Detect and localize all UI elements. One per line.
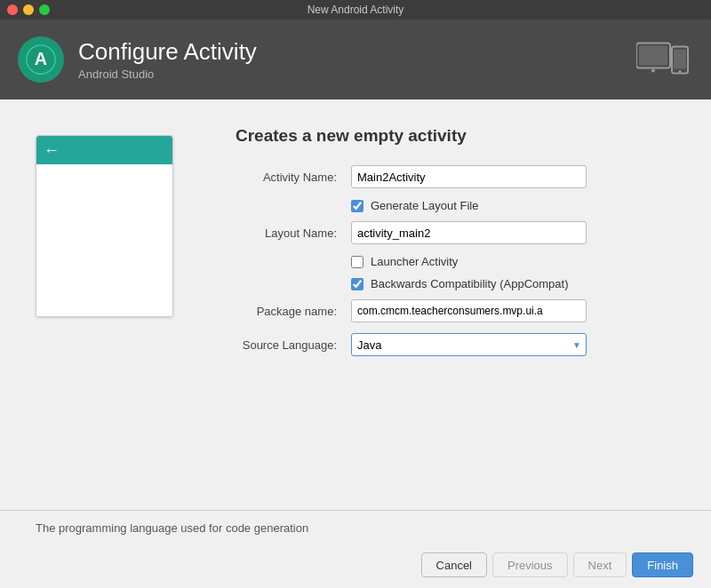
source-language-label: Source Language: [236, 338, 351, 352]
bottom-area: The programming language used for code g… [0, 510, 711, 545]
page-subtitle: Android Studio [78, 68, 257, 81]
title-bar: New Android Activity [0, 0, 711, 20]
bottom-hint: The programming language used for code g… [36, 521, 675, 535]
phone-screen: ← [36, 135, 173, 317]
svg-rect-7 [674, 50, 686, 69]
layout-name-label: Layout Name: [236, 226, 351, 240]
source-language-row: Source Language: Java Kotlin ▼ [236, 333, 675, 356]
back-arrow-icon: ← [44, 141, 60, 160]
package-name-input[interactable] [351, 299, 587, 322]
device-icon [636, 40, 690, 80]
window-controls[interactable] [7, 4, 50, 15]
package-name-label: Package name: [236, 305, 351, 318]
source-language-select[interactable]: Java Kotlin [351, 333, 587, 356]
footer: Cancel Previous Next Finish [0, 545, 711, 588]
activity-name-input[interactable] [351, 165, 587, 188]
section-title: Creates a new empty activity [236, 126, 675, 146]
finish-button[interactable]: Finish [632, 552, 693, 577]
activity-name-row: Activity Name: [236, 165, 675, 188]
minimize-button[interactable] [23, 4, 34, 15]
generate-layout-label: Generate Layout File [371, 199, 478, 212]
backwards-compat-label: Backwards Compatibility (AppCompat) [371, 277, 569, 290]
layout-name-row: Layout Name: [236, 221, 675, 244]
maximize-button[interactable] [39, 4, 50, 15]
next-button[interactable]: Next [573, 552, 627, 577]
activity-name-label: Activity Name: [236, 171, 351, 184]
previous-button[interactable]: Previous [492, 552, 568, 577]
content-area: ← Creates a new empty activity Activity … [0, 99, 711, 510]
launcher-activity-label: Launcher Activity [371, 255, 458, 268]
page-title: Configure Activity [78, 38, 257, 66]
svg-point-5 [651, 69, 655, 73]
generate-layout-row: Generate Layout File [236, 199, 675, 212]
header: A Configure Activity Android Studio [0, 20, 711, 99]
source-language-wrapper: Java Kotlin ▼ [351, 333, 587, 356]
svg-point-8 [679, 70, 682, 73]
phone-topbar: ← [36, 136, 172, 164]
launcher-activity-row: Launcher Activity [236, 255, 675, 268]
close-button[interactable] [7, 4, 18, 15]
phone-preview: ← [36, 135, 182, 492]
main-content: ← Creates a new empty activity Activity … [0, 99, 711, 588]
svg-rect-4 [639, 46, 667, 66]
layout-name-input[interactable] [351, 221, 587, 244]
cancel-button[interactable]: Cancel [421, 552, 487, 577]
form-area: Creates a new empty activity Activity Na… [236, 126, 675, 492]
backwards-compat-checkbox[interactable] [351, 278, 363, 290]
android-studio-logo: A [18, 36, 64, 83]
svg-text:A: A [35, 49, 47, 68]
header-text: Configure Activity Android Studio [78, 38, 257, 81]
launcher-activity-checkbox[interactable] [351, 256, 363, 268]
phone-screen-body [36, 164, 172, 316]
package-name-row: Package name: [236, 299, 675, 322]
backwards-compat-row: Backwards Compatibility (AppCompat) [236, 277, 675, 290]
window-title: New Android Activity [308, 4, 404, 16]
generate-layout-checkbox[interactable] [351, 200, 363, 212]
